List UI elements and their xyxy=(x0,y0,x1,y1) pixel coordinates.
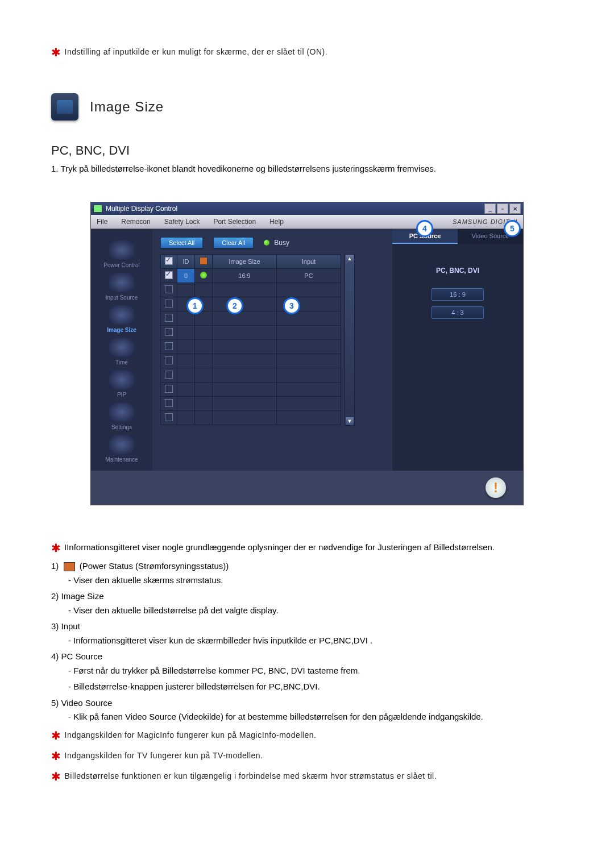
note-4-sub1: - Først når du trykker på Billedstørrels… xyxy=(51,665,563,678)
ratio-16-9-button[interactable]: 16 : 9 xyxy=(432,288,484,301)
footnote-tv: ✱Indgangskilden for TV fungerer kun på T… xyxy=(51,747,563,765)
menu-port-selection[interactable]: Port Selection xyxy=(213,218,256,226)
row-checkbox[interactable] xyxy=(165,342,173,350)
pip-icon xyxy=(109,370,134,389)
menu-file[interactable]: File xyxy=(97,218,107,226)
note-text: Billedstørrelse funktionen er kun tilgæn… xyxy=(65,771,437,780)
star-icon: ✱ xyxy=(51,770,61,783)
note-2-sub: - Viser den aktuelle billedstørrelse på … xyxy=(51,604,563,617)
star-icon: ✱ xyxy=(51,750,61,762)
scroll-down-icon[interactable]: ▼ xyxy=(346,417,354,425)
power-control-icon xyxy=(109,240,134,260)
sidebar-label: Time xyxy=(115,359,128,366)
table-row[interactable]: 0 16:9 PC xyxy=(161,269,341,283)
note-text: (Power Status (Strømforsyningsstatus)) xyxy=(77,561,229,571)
note-3-head: 3) Input xyxy=(51,620,563,633)
row-checkbox[interactable] xyxy=(165,314,173,322)
table-row[interactable] xyxy=(161,383,341,397)
menu-remocon[interactable]: Remocon xyxy=(121,218,150,226)
note-5-sub: - Klik på fanen Video Source (Videokilde… xyxy=(51,711,563,724)
scroll-up-icon[interactable]: ▲ xyxy=(346,255,354,263)
sidebar-label: Image Size xyxy=(107,327,136,333)
window-menubar: File Remocon Safety Lock Port Selection … xyxy=(91,215,523,229)
section-header: Image Size xyxy=(51,93,563,121)
table-row[interactable] xyxy=(161,354,341,368)
note-2-head: 2) Image Size xyxy=(51,590,563,603)
cell-size: 16:9 xyxy=(213,269,277,283)
sidebar-label: Maintenance xyxy=(105,456,138,463)
section-title: Image Size xyxy=(90,99,164,115)
sidebar-item-settings[interactable]: Settings xyxy=(109,402,134,430)
alert-icon: ! xyxy=(486,477,506,498)
note-text: Indgangskilden for MagicInfo fungerer ku… xyxy=(65,730,317,739)
table-row[interactable] xyxy=(161,340,341,354)
footnote-availability: ✱Billedstørrelse funktionen er kun tilgæ… xyxy=(51,768,563,785)
minimize-button[interactable]: _ xyxy=(484,203,496,214)
row-checkbox[interactable] xyxy=(165,399,173,407)
sidebar-label: Power Control xyxy=(103,262,139,268)
note-4-sub2: - Billedstørrelse-knappen justerer bille… xyxy=(51,680,563,693)
row-checkbox[interactable] xyxy=(165,356,173,364)
row-checkbox[interactable] xyxy=(165,371,173,379)
maximize-button[interactable]: ▫ xyxy=(497,203,508,214)
col-id: ID xyxy=(177,255,195,269)
sidebar-item-input-source[interactable]: Input Source xyxy=(106,273,138,301)
row-checkbox[interactable] xyxy=(165,271,173,279)
power-header-icon xyxy=(200,257,208,265)
menu-help[interactable]: Help xyxy=(269,218,284,226)
callout-5: 5 xyxy=(504,220,521,237)
star-icon: ✱ xyxy=(51,729,61,742)
intro-note-text: Indstilling af inputkilde er kun muligt … xyxy=(65,47,328,56)
row-checkbox[interactable] xyxy=(165,300,173,308)
cell-input: PC xyxy=(277,269,341,283)
col-checkbox xyxy=(161,255,177,269)
callout-2: 2 xyxy=(226,297,243,314)
table-row[interactable] xyxy=(161,397,341,411)
subheading: PC, BNC, DVI xyxy=(51,143,563,158)
note-5-head: 5) Video Source xyxy=(51,697,563,710)
power-status-icon xyxy=(64,562,75,571)
image-size-icon xyxy=(109,305,134,325)
info-grid: ID Image Size Input 0 16:9 PC xyxy=(160,254,341,425)
sidebar-item-maintenance[interactable]: Maintenance xyxy=(105,435,138,463)
footnote-magicinfo: ✱Indgangskilden for MagicInfo fungerer k… xyxy=(51,727,563,744)
close-button[interactable]: ✕ xyxy=(509,203,521,214)
settings-icon xyxy=(109,402,134,422)
row-checkbox[interactable] xyxy=(165,413,173,421)
intro-note-line: ✱Indstilling af inputkilde er kun muligt… xyxy=(51,45,563,59)
window-titlebar: Multiple Display Control _ ▫ ✕ xyxy=(91,202,523,215)
note-1-head: 1) (Power Status (Strømforsyningsstatus)… xyxy=(51,560,563,573)
col-power xyxy=(195,255,213,269)
table-row[interactable] xyxy=(161,312,341,326)
ratio-4-3-button[interactable]: 4 : 3 xyxy=(432,306,484,319)
row-checkbox[interactable] xyxy=(165,385,173,393)
sidebar-item-pip[interactable]: PIP xyxy=(109,370,134,398)
header-checkbox[interactable] xyxy=(165,257,173,265)
window-title: Multiple Display Control xyxy=(106,205,177,213)
time-icon xyxy=(109,338,134,357)
image-size-section-icon xyxy=(51,93,78,121)
select-all-button[interactable]: Select All xyxy=(160,237,203,248)
row-checkbox[interactable] xyxy=(165,285,173,293)
sidebar-item-power-control[interactable]: Power Control xyxy=(103,240,139,268)
power-on-icon xyxy=(200,272,207,279)
table-row[interactable] xyxy=(161,368,341,383)
sidebar-item-time[interactable]: Time xyxy=(109,338,134,366)
menu-safety-lock[interactable]: Safety Lock xyxy=(164,218,200,226)
table-row[interactable] xyxy=(161,411,341,425)
clear-all-button[interactable]: Clear All xyxy=(213,237,254,248)
sidebar-label: Settings xyxy=(111,424,132,430)
table-row[interactable] xyxy=(161,326,341,340)
table-row[interactable] xyxy=(161,283,341,297)
sidebar-item-image-size[interactable]: Image Size xyxy=(107,305,136,333)
note-text: IInformationsgitteret viser nogle grundl… xyxy=(64,542,495,552)
mdc-window: Multiple Display Control _ ▫ ✕ File Remo… xyxy=(90,202,524,505)
sidebar-label: Input Source xyxy=(106,294,138,301)
callout-4: 4 xyxy=(416,220,433,237)
busy-label: Busy xyxy=(274,239,289,247)
col-input: Input xyxy=(277,255,341,269)
step-1-text: 1. Tryk på billedstørrelse-ikonet blandt… xyxy=(51,164,563,173)
note-4-head: 4) PC Source xyxy=(51,650,563,663)
grid-scrollbar[interactable]: ▲ ▼ xyxy=(345,254,355,426)
row-checkbox[interactable] xyxy=(165,328,173,336)
